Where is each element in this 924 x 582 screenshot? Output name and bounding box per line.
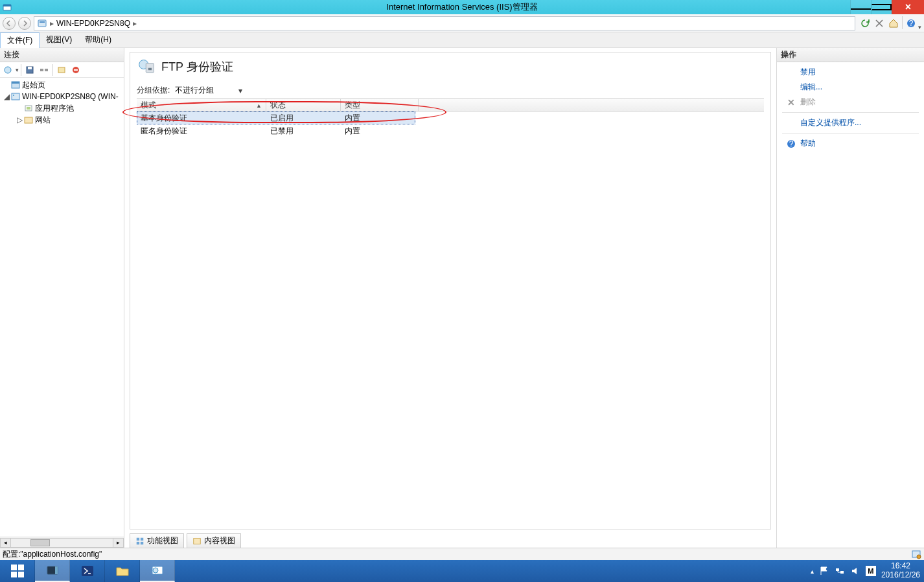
task-powershell[interactable]: [70, 560, 105, 582]
column-state[interactable]: 状态: [266, 99, 341, 111]
tree-sites[interactable]: ▷ 网站: [0, 114, 124, 126]
scroll-right-button[interactable]: ▸: [113, 538, 124, 548]
feature-page: FTP 身份验证 分组依据: 不进行分组 ▾ 模式▲ 状态 类型 基本身份验证 …: [130, 52, 771, 530]
svg-rect-11: [58, 67, 65, 73]
action-delete: ✕ 删除: [777, 95, 924, 110]
connections-tree[interactable]: 起始页 ◢ WIN-EPD0KP2SN8Q (WIN- 应用程序池 ▷ 网站: [0, 78, 124, 537]
menu-bar: 文件(F) 视图(V) 帮助(H): [0, 32, 924, 48]
help-button[interactable]: ?: [904, 16, 918, 30]
collapse-icon[interactable]: ◢: [3, 92, 10, 101]
svg-rect-28: [194, 538, 201, 544]
powershell-icon: [80, 564, 95, 578]
task-iis-manager[interactable]: [140, 560, 175, 582]
svg-rect-15: [12, 82, 19, 84]
auth-row-basic[interactable]: 基本身份验证 已启用 内置: [137, 111, 415, 124]
tray-network-icon[interactable]: [835, 566, 845, 576]
home-page-icon: [10, 80, 21, 90]
tray-flag-icon[interactable]: [819, 566, 829, 576]
menu-view[interactable]: 视图(V): [40, 32, 78, 48]
start-button[interactable]: [0, 560, 35, 582]
svg-text:?: ?: [909, 19, 914, 28]
tab-feature-view[interactable]: 功能视图: [130, 533, 184, 548]
scroll-thumb[interactable]: [30, 539, 50, 546]
column-mode[interactable]: 模式▲: [137, 99, 266, 111]
svg-rect-16: [12, 93, 19, 100]
svg-rect-8: [28, 67, 32, 69]
page-heading: FTP 身份验证: [161, 59, 233, 75]
action-edit[interactable]: 编辑...: [777, 80, 924, 95]
actions-header: 操作: [777, 48, 924, 62]
action-help[interactable]: ? 帮助: [777, 136, 924, 151]
windows-icon: [11, 565, 24, 577]
tree-app-pools[interactable]: 应用程序池: [0, 102, 124, 114]
save-icon[interactable]: [23, 64, 36, 76]
svg-point-32: [917, 555, 921, 559]
cell-state: 已启用: [266, 111, 341, 125]
tray-arrow-icon[interactable]: ▴: [811, 568, 814, 575]
server-icon: [37, 18, 47, 29]
status-config: 配置:"applicationHost.config": [3, 549, 102, 560]
delete-icon[interactable]: [69, 64, 82, 76]
stop-button[interactable]: [872, 16, 886, 30]
grid-body: 基本身份验证 已启用 内置 匿名身份验证 已禁用 内置: [137, 111, 764, 137]
svg-rect-2: [38, 20, 46, 27]
view-switcher: 功能视图 内容视图: [130, 532, 771, 548]
page-title: FTP 身份验证: [138, 58, 764, 76]
connect-icon[interactable]: [1, 64, 14, 76]
app-pool-icon: [23, 103, 34, 113]
action-disable[interactable]: 禁用: [777, 65, 924, 80]
menu-help[interactable]: 帮助(H): [78, 32, 118, 48]
svg-rect-25: [141, 537, 143, 540]
action-custom-providers[interactable]: 自定义提供程序...: [777, 115, 924, 130]
tree-start-page-label: 起始页: [22, 80, 45, 91]
group-by-value[interactable]: 不进行分组: [175, 85, 214, 96]
minimize-button[interactable]: [850, 0, 871, 14]
disconnect-icon[interactable]: [38, 64, 51, 76]
svg-rect-20: [25, 117, 32, 123]
svg-point-6: [5, 67, 11, 73]
svg-rect-13: [74, 69, 78, 71]
tray-clock[interactable]: 16:42 2016/12/26: [881, 562, 920, 580]
scroll-track[interactable]: [11, 538, 113, 548]
up-icon[interactable]: [55, 64, 68, 76]
connections-panel: 连接 ▾ 起始页 ◢ WIN-EPD0KP2SN8Q (WIN-: [0, 48, 124, 548]
svg-rect-19: [27, 107, 30, 110]
folder-icon: [115, 564, 130, 578]
refresh-button[interactable]: [858, 16, 872, 30]
scroll-left-button[interactable]: ◂: [0, 538, 11, 548]
config-level-icon[interactable]: [911, 549, 921, 559]
dropdown-arrow-icon[interactable]: ▾: [238, 86, 242, 95]
actions-panel: 操作 禁用 编辑... ✕ 删除 自定义提供程序... ? 帮助: [776, 48, 924, 548]
back-button[interactable]: [3, 17, 16, 30]
tray-volume-icon[interactable]: [850, 566, 860, 576]
forward-button[interactable]: [18, 17, 31, 30]
cell-type: 内置: [341, 111, 415, 125]
task-server-manager[interactable]: [35, 560, 70, 582]
home-button[interactable]: [886, 16, 901, 30]
tab-content-view[interactable]: 内容视图: [187, 533, 241, 548]
connections-toolbar: ▾: [0, 62, 124, 78]
menu-file[interactable]: 文件(F): [0, 32, 40, 48]
task-explorer[interactable]: [105, 560, 140, 582]
features-view-icon: [135, 537, 144, 546]
auth-row-anonymous[interactable]: 匿名身份验证 已禁用 内置: [137, 124, 764, 137]
tree-start-page[interactable]: 起始页: [0, 79, 124, 91]
breadcrumb[interactable]: ▸ WIN-EPD0KP2SN8Q ▸: [34, 16, 855, 30]
connections-hscroll[interactable]: ◂ ▸: [0, 537, 124, 548]
breadcrumb-server[interactable]: WIN-EPD0KP2SN8Q: [56, 19, 130, 28]
svg-rect-10: [45, 69, 48, 71]
tree-server[interactable]: ◢ WIN-EPD0KP2SN8Q (WIN-: [0, 91, 124, 102]
tree-sites-label: 网站: [35, 115, 51, 126]
close-button[interactable]: ×: [892, 0, 924, 14]
system-tray: ▴ M 16:42 2016/12/26: [807, 560, 924, 582]
server-icon: [10, 91, 21, 102]
maximize-button[interactable]: [871, 0, 892, 14]
cell-state: 已禁用: [266, 124, 341, 138]
svg-rect-9: [40, 69, 43, 71]
tray-ime-icon[interactable]: M: [866, 566, 876, 576]
column-type[interactable]: 类型: [341, 99, 419, 111]
svg-rect-34: [18, 565, 24, 570]
expand-icon[interactable]: ▷: [16, 115, 23, 124]
ftp-auth-icon: [138, 58, 156, 76]
grid-header: 模式▲ 状态 类型: [137, 99, 764, 111]
